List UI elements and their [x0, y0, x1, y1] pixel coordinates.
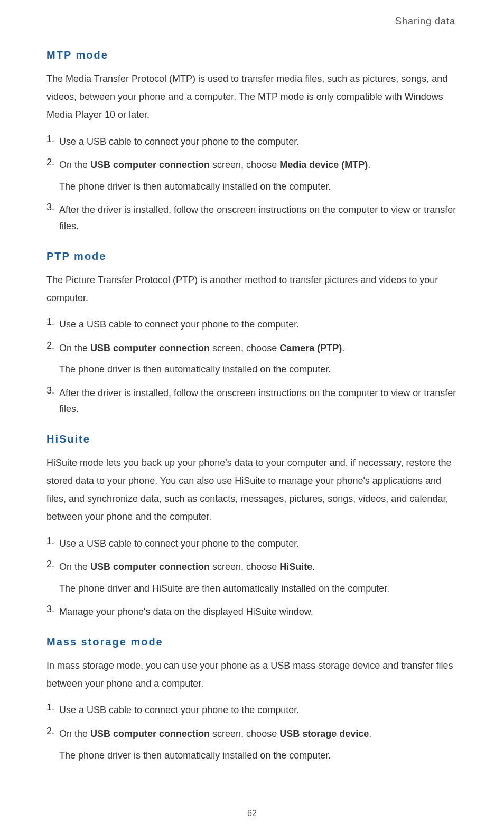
list-item: 1. Use a USB cable to connect your phone…	[46, 536, 458, 552]
header-label: Sharing data	[46, 16, 458, 27]
list-subtext: The phone driver is then automatically i…	[59, 179, 458, 195]
list-number: 2.	[46, 340, 59, 378]
list-item: 1. Use a USB cable to connect your phone…	[46, 702, 458, 718]
list-subtext: The phone driver is then automatically i…	[59, 361, 458, 378]
text-fragment: On the	[59, 160, 90, 170]
list-item: 3. After the driver is installed, follow…	[46, 385, 458, 417]
bold-text: USB computer connection	[90, 561, 210, 572]
text-fragment: .	[369, 728, 371, 739]
list-item: 3. Manage your phone's data on the displ…	[46, 604, 458, 620]
list-number: 1.	[46, 702, 59, 718]
list-number: 1.	[46, 536, 59, 552]
list-item: 1. Use a USB cable to connect your phone…	[46, 316, 458, 333]
list-text: On the USB computer connection screen, c…	[59, 340, 458, 378]
ptp-intro: The Picture Transfer Protocol (PTP) is a…	[46, 271, 458, 307]
list-item: 1. Use a USB cable to connect your phone…	[46, 134, 458, 150]
bold-text: Media device (MTP)	[279, 160, 368, 170]
list-subtext: The phone driver and HiSuite are then au…	[59, 581, 458, 597]
text-fragment: screen, choose	[210, 561, 279, 572]
list-item: 2. On the USB computer connection screen…	[46, 559, 458, 596]
list-number: 1.	[46, 134, 59, 150]
text-fragment: On the	[59, 561, 90, 572]
hisuite-intro: HiSuite mode lets you back up your phone…	[46, 454, 458, 526]
text-fragment: screen, choose	[210, 728, 279, 739]
list-item: 3. After the driver is installed, follow…	[46, 202, 458, 234]
bold-text: Camera (PTP)	[279, 343, 342, 353]
text-fragment: On the	[59, 343, 90, 353]
list-text: After the driver is installed, follow th…	[59, 385, 458, 417]
hisuite-steps: 1. Use a USB cable to connect your phone…	[46, 536, 458, 620]
mass-steps: 1. Use a USB cable to connect your phone…	[46, 702, 458, 763]
list-number: 1.	[46, 316, 59, 333]
list-number: 2.	[46, 559, 59, 596]
section-title-ptp: PTP mode	[46, 250, 458, 263]
bold-text: USB computer connection	[90, 728, 210, 739]
text-fragment: screen, choose	[210, 343, 279, 353]
list-text: Use a USB cable to connect your phone to…	[59, 702, 458, 718]
page-number: 62	[0, 809, 504, 818]
document-page: Sharing data MTP mode The Media Transfer…	[0, 0, 504, 833]
list-number: 3.	[46, 385, 59, 417]
ptp-steps: 1. Use a USB cable to connect your phone…	[46, 316, 458, 417]
mtp-steps: 1. Use a USB cable to connect your phone…	[46, 134, 458, 235]
list-number: 2.	[46, 726, 59, 763]
list-text: On the USB computer connection screen, c…	[59, 157, 458, 194]
list-text: Manage your phone's data on the displaye…	[59, 604, 458, 620]
list-text: After the driver is installed, follow th…	[59, 202, 458, 234]
list-number: 2.	[46, 157, 59, 194]
list-item: 2. On the USB computer connection screen…	[46, 157, 458, 194]
list-item: 2. On the USB computer connection screen…	[46, 726, 458, 763]
section-title-mtp: MTP mode	[46, 49, 458, 61]
list-subtext: The phone driver is then automatically i…	[59, 747, 458, 764]
mass-intro: In mass storage mode, you can use your p…	[46, 657, 458, 692]
list-item: 2. On the USB computer connection screen…	[46, 340, 458, 378]
section-title-mass: Mass storage mode	[46, 636, 458, 648]
list-text: Use a USB cable to connect your phone to…	[59, 134, 458, 150]
bold-text: USB computer connection	[90, 160, 210, 170]
list-text: Use a USB cable to connect your phone to…	[59, 536, 458, 552]
text-fragment: .	[342, 343, 344, 353]
mtp-intro: The Media Transfer Protocol (MTP) is use…	[46, 70, 458, 124]
list-text: On the USB computer connection screen, c…	[59, 726, 458, 763]
list-number: 3.	[46, 202, 59, 234]
list-number: 3.	[46, 604, 59, 620]
text-fragment: .	[312, 561, 315, 572]
bold-text: USB computer connection	[90, 343, 210, 353]
text-fragment: On the	[59, 728, 90, 739]
text-fragment: screen, choose	[210, 160, 279, 170]
bold-text: HiSuite	[279, 561, 312, 572]
section-title-hisuite: HiSuite	[46, 433, 458, 445]
text-fragment: .	[368, 160, 370, 170]
list-text: On the USB computer connection screen, c…	[59, 559, 458, 596]
bold-text: USB storage device	[279, 728, 369, 739]
list-text: Use a USB cable to connect your phone to…	[59, 316, 458, 333]
